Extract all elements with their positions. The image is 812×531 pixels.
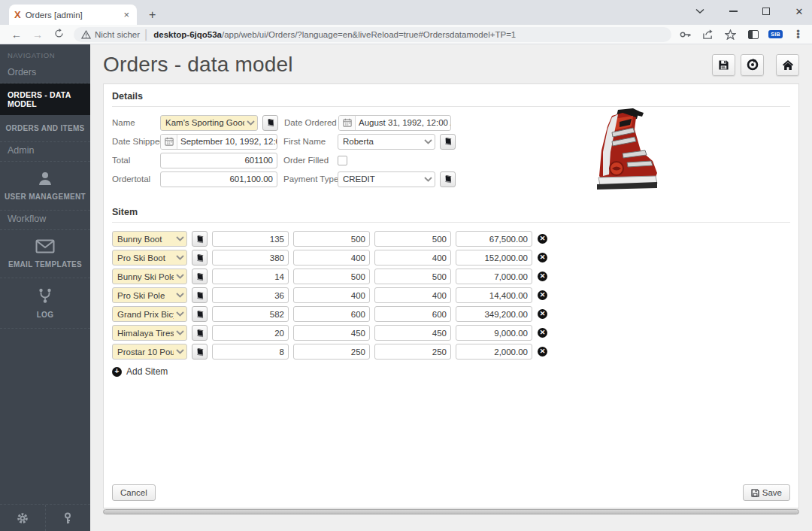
ordertotal-input[interactable] xyxy=(160,171,277,187)
panel-icon[interactable] xyxy=(747,28,759,41)
back-icon[interactable]: ← xyxy=(8,29,25,41)
sitem-product-select[interactable]: Pro Ski Pole xyxy=(112,287,187,303)
sidebar-item-user-management[interactable]: USER MANAGEMENT xyxy=(0,162,90,211)
sitem-qty-input[interactable] xyxy=(212,269,289,284)
sitem-price-input[interactable] xyxy=(293,306,370,322)
sitem-qty-input[interactable] xyxy=(212,325,289,341)
calendar-icon[interactable] xyxy=(161,135,177,149)
sitem-price-input[interactable] xyxy=(293,269,370,284)
close-button[interactable]: ✕ xyxy=(792,5,806,18)
sitem-qty-input[interactable] xyxy=(212,231,289,247)
key-icon[interactable] xyxy=(679,28,692,41)
sidebar-item-orders-data-model[interactable]: ORDERS - DATA MODEL xyxy=(0,83,90,115)
sidebar-item-orders-and-items[interactable]: ORDERS AND ITEMS xyxy=(0,115,90,142)
sitem-lookup-button[interactable] xyxy=(192,287,208,303)
calendar-icon[interactable] xyxy=(339,116,356,130)
horizontal-scrollbar[interactable] xyxy=(103,509,799,514)
sitem-price2-input[interactable] xyxy=(374,269,451,284)
maximize-button[interactable] xyxy=(759,5,773,18)
sitem-price-input[interactable] xyxy=(293,344,370,360)
sitem-amount-input[interactable] xyxy=(456,231,532,247)
save-record-button[interactable] xyxy=(712,54,735,76)
home-button[interactable] xyxy=(776,54,799,76)
sitem-price2-input[interactable] xyxy=(374,250,451,266)
sitem-lookup-button[interactable] xyxy=(192,269,208,284)
date-ordered-input[interactable]: August 31, 1992, 12:00 AM xyxy=(338,115,451,131)
date-shipped-input[interactable]: September 10, 1992, 12:0 xyxy=(160,134,277,150)
sitem-amount-input[interactable] xyxy=(456,344,532,360)
order-filled-checkbox[interactable] xyxy=(338,156,347,165)
sitem-amount-input[interactable] xyxy=(456,287,532,303)
save-button[interactable]: Save xyxy=(743,484,790,501)
sitem-price2-input[interactable] xyxy=(374,306,451,322)
sitem-price2-input[interactable] xyxy=(374,231,451,247)
sitem-amount-input[interactable] xyxy=(456,325,532,341)
delete-icon[interactable]: ✕ xyxy=(538,272,547,281)
sitem-product-select[interactable]: Pro Ski Boot xyxy=(112,250,187,266)
add-sitem-button[interactable]: + Add Sitem xyxy=(112,366,790,377)
total-input[interactable] xyxy=(160,153,277,168)
browser-tab[interactable]: X Orders [admin] × xyxy=(9,5,137,25)
new-tab-button[interactable]: + xyxy=(144,8,160,22)
delete-icon[interactable]: ✕ xyxy=(538,253,547,262)
sidebar-bottom-bar xyxy=(0,504,90,531)
sitem-lookup-button[interactable] xyxy=(192,250,208,266)
sitem-qty-input[interactable] xyxy=(212,287,289,303)
name-select[interactable]: Kam's Sporting Good xyxy=(160,115,258,131)
forward-icon[interactable]: → xyxy=(29,29,46,41)
sitem-amount-input[interactable] xyxy=(456,269,532,284)
settings-gear-button[interactable] xyxy=(0,505,45,531)
sitem-product-select[interactable]: Himalaya Tires xyxy=(112,325,187,341)
history-button[interactable] xyxy=(741,54,764,76)
sitem-lookup-button[interactable] xyxy=(192,231,208,247)
first-name-label: First Name xyxy=(283,137,338,146)
delete-icon[interactable]: ✕ xyxy=(538,290,547,300)
sidebar-item-email-templates[interactable]: EMAIL TEMPLATES xyxy=(0,230,90,278)
payment-type-label: Payment Type xyxy=(283,174,338,184)
sitem-price2-input[interactable] xyxy=(374,287,451,303)
sitem-section-title: Sitem xyxy=(112,207,790,217)
delete-icon[interactable]: ✕ xyxy=(538,347,547,357)
extension-badge[interactable]: SIB xyxy=(769,28,782,41)
cancel-button[interactable]: Cancel xyxy=(112,484,156,501)
sitem-price2-input[interactable] xyxy=(374,325,451,341)
sitem-amount-input[interactable] xyxy=(456,250,532,266)
delete-icon[interactable]: ✕ xyxy=(538,234,547,244)
sitem-lookup-button[interactable] xyxy=(192,344,208,360)
menu-dots-icon[interactable]: ••• xyxy=(792,28,804,41)
sitem-product-select[interactable]: Grand Prix Bicy xyxy=(112,306,187,322)
sitem-qty-input[interactable] xyxy=(212,306,289,322)
sitem-lookup-button[interactable] xyxy=(192,306,208,322)
minimize-button[interactable] xyxy=(726,5,740,18)
sitem-product-select[interactable]: Bunny Ski Pole xyxy=(112,269,187,284)
user-icon xyxy=(3,171,87,187)
sitem-lookup-button[interactable] xyxy=(192,325,208,341)
sitem-price-input[interactable] xyxy=(293,231,370,247)
tab-search-chevron-icon[interactable] xyxy=(693,5,707,18)
first-name-select[interactable]: Roberta xyxy=(338,134,435,150)
sitem-qty-input[interactable] xyxy=(212,250,289,266)
tab-close-icon[interactable]: × xyxy=(121,9,132,20)
delete-icon[interactable]: ✕ xyxy=(538,328,547,338)
star-icon[interactable] xyxy=(724,28,737,41)
browser-toolbar: ← → Nicht sicher | desktop-6jqo53a /app/… xyxy=(0,25,812,44)
sitem-price-input[interactable] xyxy=(293,250,370,266)
sitem-price-input[interactable] xyxy=(293,287,370,303)
sitem-product-select[interactable]: Bunny Boot xyxy=(112,231,187,247)
sitem-qty-input[interactable] xyxy=(212,344,289,360)
delete-icon[interactable]: ✕ xyxy=(538,309,547,319)
first-name-lookup-button[interactable] xyxy=(440,134,456,150)
name-lookup-button[interactable] xyxy=(262,115,278,131)
sidebar-item-log[interactable]: LOG xyxy=(0,278,90,329)
sitem-product-select[interactable]: Prostar 10 Pour xyxy=(112,344,187,360)
security-key-button[interactable] xyxy=(45,505,91,531)
share-icon[interactable] xyxy=(701,28,714,41)
payment-type-select[interactable]: CREDIT xyxy=(338,171,435,187)
sitem-amount-input[interactable] xyxy=(456,306,532,322)
payment-type-lookup-button[interactable] xyxy=(440,171,456,187)
x-favicon: X xyxy=(14,9,21,20)
sitem-price2-input[interactable] xyxy=(374,344,451,360)
reload-icon[interactable] xyxy=(50,29,67,41)
url-bar[interactable]: Nicht sicher | desktop-6jqo53a /app/web/… xyxy=(74,27,671,42)
sitem-price-input[interactable] xyxy=(293,325,370,341)
